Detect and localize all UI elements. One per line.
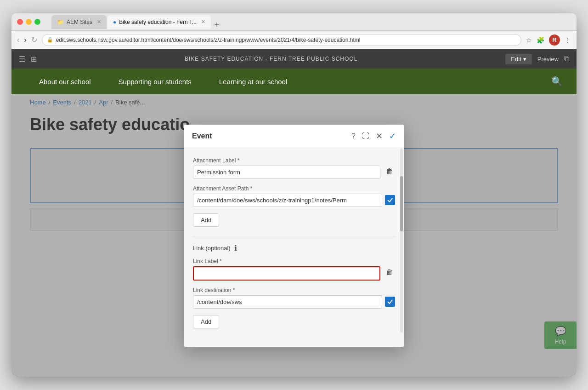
event-dialog: Event ? ⛶ ✕ ✓ At [184,125,404,347]
dialog-body: Attachment Label * 🗑 Attach [184,148,404,347]
link-label-group: Link Label * [193,258,380,281]
link-destination-group: Link destination * [193,287,395,309]
dialog-close-button[interactable]: ✕ [376,131,383,141]
tab-bike-safety-close[interactable]: ✕ [201,19,205,25]
link-section-header: Link (optional) ℹ [193,244,395,252]
school-nav: About our school Supporting our students… [11,69,577,94]
tabs-bar: 📁 AEM Sites ✕ ● Bike safety education - … [51,15,571,29]
aem-grid-icon[interactable]: ⊞ [31,55,37,63]
delete-attachment-button[interactable]: 🗑 [384,166,395,178]
attachment-label-group: Attachment Label * [193,157,380,179]
aem-toolbar-left: ☰ ⊞ [19,55,37,63]
bookmark-icon[interactable]: ☆ [526,36,532,44]
link-label-input[interactable] [193,266,380,281]
link-label-row: Link Label * 🗑 [193,258,395,281]
tab-aem-sites-close[interactable]: ✕ [97,19,101,25]
back-button[interactable]: ‹ [17,36,19,44]
attachment-label-row: Attachment Label * 🗑 [193,157,395,179]
link-destination-row: Link destination * [193,287,395,309]
attachment-path-row: Attachment Asset Path * [193,185,395,207]
attachment-path-browse-button[interactable] [385,195,395,205]
tab-bike-safety-label: Bike safety education - Fern T... [119,19,197,25]
link-section-label: Link (optional) [193,245,231,252]
dialog-confirm-button[interactable]: ✓ [389,131,396,141]
attachment-path-input[interactable] [193,194,382,207]
browser-menu-icon[interactable]: ⋮ [565,36,571,44]
aem-edit-label: Edit [511,56,521,63]
title-bar: 📁 AEM Sites ✕ ● Bike safety education - … [11,13,577,31]
attachment-label-input[interactable] [193,166,380,179]
dialog-title: Event [192,132,351,140]
url-bar[interactable]: 🔒 edit.sws.schools.nsw.gov.au/editor.htm… [42,34,521,46]
attachment-path-label: Attachment Asset Path * [193,185,395,192]
link-destination-label: Link destination * [193,287,395,293]
dialog-header: Event ? ⛶ ✕ ✓ [184,125,404,148]
section-divider [193,236,395,236]
attachment-section: Attachment Label * 🗑 Attach [193,157,395,227]
attachment-path-group: Attachment Asset Path * [193,185,395,207]
dialog-scrollbar-thumb[interactable] [400,176,403,231]
url-text: edit.sws.schools.nsw.gov.au/editor.html/… [56,37,516,43]
aem-edit-chevron: ▾ [523,56,526,63]
modal-overlay: Event ? ⛶ ✕ ✓ At [11,94,577,377]
school-search-icon[interactable]: 🔍 [551,76,563,87]
delete-link-button[interactable]: 🗑 [384,266,395,278]
aem-sidebar-toggle[interactable]: ☰ [19,55,25,63]
link-destination-input[interactable] [193,295,382,309]
tab-bike-safety[interactable]: ● Bike safety education - Fern T... ✕ [107,15,211,29]
refresh-button[interactable]: ↻ [31,35,37,44]
new-tab-button[interactable]: + [212,21,222,29]
traffic-lights [17,19,40,25]
browser-window: 📁 AEM Sites ✕ ● Bike safety education - … [11,13,577,377]
link-section: Link (optional) ℹ Link Label * [193,244,395,328]
trash-icon: 🗑 [386,167,393,175]
close-traffic-light[interactable] [17,19,23,25]
tab-aem-sites-favicon: 📁 [57,19,64,25]
maximize-traffic-light[interactable] [34,19,40,25]
dialog-fullscreen-icon[interactable]: ⛶ [362,132,369,140]
link-info-icon[interactable]: ℹ [234,244,237,252]
nav-supporting-students[interactable]: Supporting our students [105,69,205,94]
lock-icon: 🔒 [47,37,53,43]
dialog-scrollbar[interactable] [400,149,403,333]
nav-about-school[interactable]: About our school [25,69,105,94]
dialog-help-icon[interactable]: ? [351,132,356,140]
nav-learning[interactable]: Learning at our school [205,69,301,94]
aem-page-title: BIKE SAFETY EDUCATION - FERN TREE PUBLIC… [42,56,500,62]
link-destination-browse-button[interactable] [385,297,395,307]
aem-toolbar-right: Edit ▾ Preview ⧉ [505,54,569,64]
dialog-icons: ? ⛶ ✕ ✓ [351,131,396,141]
add-attachment-button[interactable]: Add [193,213,219,227]
attachment-label-label: Attachment Label * [193,157,380,164]
tab-aem-sites-label: AEM Sites [67,19,92,25]
profile-icon[interactable]: R [549,34,560,46]
page-content: Home / Events / 2021 / Apr / Bike safe..… [11,94,577,377]
extension-icon[interactable]: 🧩 [537,36,544,44]
tab-aem-sites[interactable]: 📁 AEM Sites ✕ [51,15,107,29]
school-nav-items: About our school Supporting our students… [25,69,551,94]
forward-button[interactable]: › [24,36,26,44]
link-label-label: Link Label * [193,258,380,264]
minimize-traffic-light[interactable] [26,19,32,25]
aem-preview-button[interactable]: Preview [537,56,559,63]
aem-edit-button[interactable]: Edit ▾ [505,54,531,64]
attachment-path-input-group [193,194,395,207]
link-destination-input-group [193,295,395,309]
delete-link-trash-icon: 🗑 [386,268,393,276]
aem-share-icon[interactable]: ⧉ [564,55,569,63]
add-link-button[interactable]: Add [193,315,219,328]
aem-toolbar: ☰ ⊞ BIKE SAFETY EDUCATION - FERN TREE PU… [11,49,577,69]
tab-bike-safety-favicon: ● [113,19,116,25]
address-bar: ‹ › ↻ 🔒 edit.sws.schools.nsw.gov.au/edit… [11,31,577,49]
